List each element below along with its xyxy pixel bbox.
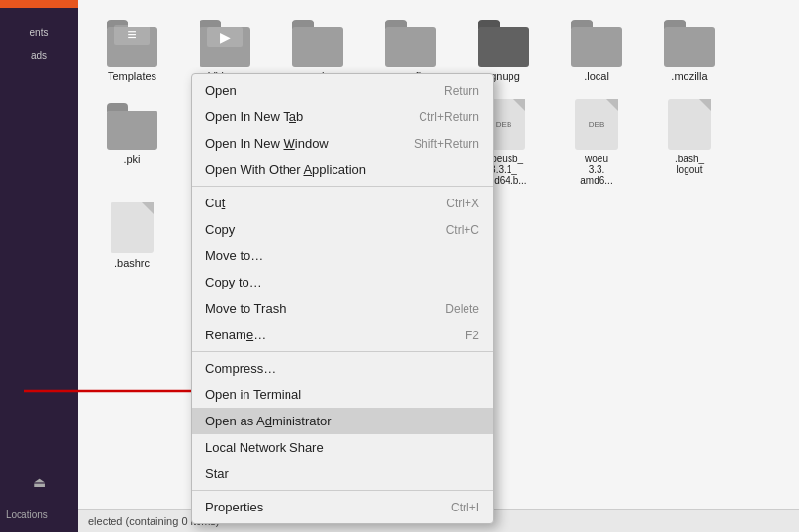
menu-item-star-label: Star bbox=[205, 466, 479, 481]
folder-icon: ▶ bbox=[200, 16, 250, 66]
menu-item-open-new-window[interactable]: Open In New Window Shift+Return bbox=[192, 130, 493, 156]
menu-separator-3 bbox=[192, 490, 493, 491]
file-label: .bashrc bbox=[114, 257, 150, 269]
eject-icon[interactable]: ⏏ bbox=[29, 472, 49, 492]
folder-icon bbox=[107, 99, 157, 150]
menu-item-rename-label: Rename… bbox=[205, 328, 446, 342]
menu-item-move-to[interactable]: Move to… bbox=[192, 243, 493, 269]
sidebar-item-downloads[interactable]: ads bbox=[0, 46, 78, 65]
file-item[interactable]: DEB woeu3.3.amd6... bbox=[553, 93, 641, 192]
menu-item-open-new-tab[interactable]: Open In New Tab Ctrl+Return bbox=[192, 104, 493, 130]
menu-item-open-tab-label: Open In New Tab bbox=[205, 110, 399, 124]
sidebar-item-recent[interactable]: ents bbox=[0, 23, 78, 42]
menu-shortcut-rename: F2 bbox=[466, 329, 479, 342]
file-generic-icon bbox=[664, 99, 715, 150]
menu-shortcut-open: Return bbox=[444, 84, 479, 98]
menu-item-move-to-label: Move to… bbox=[205, 248, 479, 263]
menu-item-open-terminal-label: Open in Terminal bbox=[205, 387, 479, 402]
menu-item-compress-label: Compress… bbox=[205, 361, 479, 376]
menu-item-copy-label: Copy bbox=[205, 222, 426, 237]
menu-item-network-share[interactable]: Local Network Share bbox=[192, 434, 493, 461]
folder-icon bbox=[292, 16, 343, 66]
folder-icon bbox=[664, 16, 715, 66]
menu-separator-1 bbox=[192, 186, 493, 187]
menu-item-open-admin[interactable]: Open as Administrator bbox=[192, 408, 493, 434]
sidebar: ents ads ⏏ Locations bbox=[0, 0, 78, 532]
menu-item-properties[interactable]: Properties Ctrl+I bbox=[192, 494, 493, 520]
ubuntu-branding bbox=[0, 0, 78, 8]
menu-item-rename[interactable]: Rename… F2 bbox=[192, 322, 493, 348]
file-label: .pki bbox=[123, 154, 140, 165]
menu-item-copy[interactable]: Copy Ctrl+C bbox=[192, 216, 493, 243]
file-item[interactable]: .local bbox=[553, 10, 641, 88]
file-label: Templates bbox=[108, 70, 156, 82]
menu-shortcut-tab: Ctrl+Return bbox=[419, 111, 479, 124]
menu-shortcut-window: Shift+Return bbox=[414, 137, 479, 151]
file-label: .mozilla bbox=[671, 70, 707, 82]
file-item[interactable]: .pki bbox=[88, 93, 176, 192]
sidebar-locations-label: Locations bbox=[0, 506, 78, 524]
file-item[interactable]: .bash_logout bbox=[645, 93, 733, 192]
menu-item-trash-label: Move to Trash bbox=[205, 301, 425, 316]
file-label: .local bbox=[584, 70, 609, 82]
file-label: woeu3.3.amd6... bbox=[580, 154, 612, 186]
file-item[interactable]: ≡ Templates bbox=[88, 10, 176, 88]
menu-item-network-share-label: Local Network Share bbox=[205, 440, 479, 455]
menu-item-trash[interactable]: Move to Trash Delete bbox=[192, 295, 493, 322]
menu-item-open-app-label: Open With Other Application bbox=[205, 162, 460, 177]
menu-item-open-other-app[interactable]: Open With Other Application bbox=[192, 156, 493, 183]
menu-item-star[interactable]: Star bbox=[192, 461, 493, 487]
menu-item-open[interactable]: Open Return bbox=[192, 77, 493, 104]
menu-item-properties-label: Properties bbox=[205, 500, 431, 514]
context-menu: Open Return Open In New Tab Ctrl+Return … bbox=[191, 73, 494, 524]
folder-icon: ≡ bbox=[107, 16, 157, 66]
folder-icon bbox=[385, 16, 436, 66]
folder-icon bbox=[571, 16, 622, 66]
menu-item-cut-label: Cut bbox=[205, 196, 426, 210]
menu-item-compress[interactable]: Compress… bbox=[192, 355, 493, 381]
file-generic-icon: DEB bbox=[571, 99, 622, 150]
menu-shortcut-trash: Delete bbox=[445, 302, 479, 316]
menu-item-copy-to-label: Copy to… bbox=[205, 275, 479, 289]
file-generic-icon bbox=[107, 202, 157, 253]
menu-shortcut-copy: Ctrl+C bbox=[446, 223, 479, 237]
file-item[interactable]: .bashrc bbox=[88, 197, 176, 275]
menu-shortcut-properties: Ctrl+I bbox=[451, 501, 479, 514]
menu-separator-2 bbox=[192, 351, 493, 352]
menu-item-copy-to[interactable]: Copy to… bbox=[192, 269, 493, 295]
menu-item-open-window-label: Open In New Window bbox=[205, 136, 394, 151]
menu-item-cut[interactable]: Cut Ctrl+X bbox=[192, 190, 493, 216]
menu-item-open-label: Open bbox=[205, 83, 424, 98]
menu-shortcut-cut: Ctrl+X bbox=[446, 197, 479, 210]
file-item[interactable]: .mozilla bbox=[645, 10, 733, 88]
menu-item-open-admin-label: Open as Administrator bbox=[205, 414, 479, 428]
menu-item-open-terminal[interactable]: Open in Terminal bbox=[192, 381, 493, 408]
file-label: .bash_logout bbox=[675, 154, 704, 175]
folder-icon bbox=[478, 16, 529, 66]
